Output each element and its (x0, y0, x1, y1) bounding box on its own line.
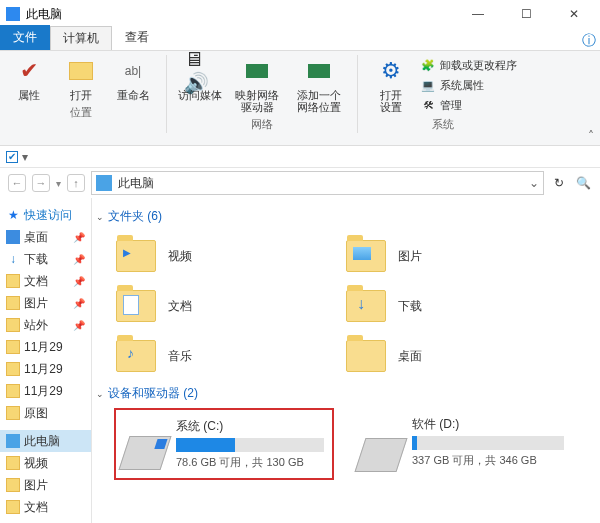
refresh-button[interactable]: ↻ (550, 174, 568, 192)
folder-icon (6, 456, 20, 470)
ribbon-group-network: 网络 (251, 117, 273, 132)
ribbon-sysprops[interactable]: 💻系统属性 (420, 77, 517, 93)
folder-icon (6, 406, 20, 420)
folder-icon (116, 290, 156, 322)
folder-icon (116, 240, 156, 272)
pin-icon: 📌 (73, 298, 85, 309)
sidebar-item-date3[interactable]: 11月29 (0, 380, 91, 402)
rename-icon: ab| (117, 55, 149, 87)
sidebar-item-desktop[interactable]: 桌面📌 (0, 226, 91, 248)
checkmark-icon: ✔ (13, 55, 45, 87)
sidebar-item-pictures2[interactable]: 图片 (0, 474, 91, 496)
folder-icon (6, 340, 20, 354)
drive-status: 78.6 GB 可用，共 130 GB (176, 455, 324, 470)
sidebar-item-zhanwai[interactable]: 站外📌 (0, 314, 91, 336)
media-icon: 🖥🔊 (184, 55, 216, 87)
nav-back-button[interactable]: ← (8, 174, 26, 192)
maximize-button[interactable]: ☐ (506, 3, 546, 25)
sidebar-this-pc[interactable]: 此电脑 (0, 430, 91, 452)
address-row: ← → ▾ ↑ 此电脑 ⌄ ↻ 🔍 (0, 168, 600, 198)
open-icon (65, 55, 97, 87)
drive-c[interactable]: 系统 (C:) 78.6 GB 可用，共 130 GB (114, 408, 334, 480)
tab-computer[interactable]: 计算机 (50, 26, 112, 50)
folder-music[interactable]: 音乐 (114, 331, 344, 381)
folder-pictures[interactable]: 图片 (344, 231, 574, 281)
folder-video[interactable]: 视频 (114, 231, 344, 281)
nav-recent-dropdown[interactable]: ▾ (56, 178, 61, 189)
sidebar-item-downloads[interactable]: ↓下载📌 (0, 248, 91, 270)
sidebar-item-pictures[interactable]: 图片📌 (0, 292, 91, 314)
tab-view[interactable]: 查看 (112, 25, 162, 50)
drive-icon (118, 436, 171, 470)
nav-up-button[interactable]: ↑ (67, 174, 85, 192)
ribbon-group-system: 系统 (432, 117, 454, 132)
drive-d[interactable]: 软件 (D:) 337 GB 可用，共 346 GB (352, 408, 572, 480)
close-button[interactable]: ✕ (554, 3, 594, 25)
folder-icon (346, 290, 386, 322)
sidebar-item-documents2[interactable]: 文档 (0, 496, 91, 518)
nav-forward-button[interactable]: → (32, 174, 50, 192)
ribbon-media[interactable]: 🖥🔊 访问媒体 (177, 55, 223, 113)
ribbon-collapse-button[interactable]: ˄ (588, 129, 594, 143)
sidebar-quick-access[interactable]: ★快速访问 (0, 204, 91, 226)
minimize-button[interactable]: — (458, 3, 498, 25)
drive-usage-fill (412, 436, 417, 450)
folder-icon (6, 318, 20, 332)
section-drives-header[interactable]: ⌄ 设备和驱动器 (2) (96, 385, 596, 402)
folder-icon (6, 500, 20, 514)
sidebar-item-video[interactable]: 视频 (0, 452, 91, 474)
tab-file[interactable]: 文件 (0, 25, 50, 50)
ribbon-open[interactable]: 打开 (58, 55, 104, 101)
ribbon-group-location: 位置 (70, 105, 92, 120)
pin-icon: 📌 (73, 254, 85, 265)
folder-downloads[interactable]: 下载 (344, 281, 574, 331)
quick-access-bar: ✔ ▾ (0, 146, 600, 168)
gear-icon: ⚙ (375, 55, 407, 87)
ribbon-rename[interactable]: ab| 重命名 (110, 55, 156, 101)
sysprops-icon: 💻 (420, 77, 436, 93)
drive-name: 软件 (D:) (412, 416, 564, 433)
sidebar-item-downloads2[interactable]: ↓下载 (0, 518, 91, 523)
pin-icon: 📌 (73, 276, 85, 287)
ribbon-add-netloc[interactable]: 添加一个 网络位置 (291, 55, 347, 113)
ribbon-tabs: 文件 计算机 查看 ⓘ (0, 28, 600, 50)
sidebar-item-date1[interactable]: 11月29 (0, 336, 91, 358)
folder-documents[interactable]: 文档 (114, 281, 344, 331)
sidebar-item-raw[interactable]: 原图 (0, 402, 91, 424)
pc-icon (96, 175, 112, 191)
window-title: 此电脑 (26, 6, 458, 23)
ribbon-manage[interactable]: 🛠管理 (420, 97, 517, 113)
ribbon-separator (357, 55, 358, 133)
star-icon: ★ (6, 208, 20, 222)
address-bar[interactable]: 此电脑 ⌄ (91, 171, 544, 195)
select-all-checkbox[interactable]: ✔ (6, 151, 18, 163)
desktop-icon (6, 230, 20, 244)
drive-name: 系统 (C:) (176, 418, 324, 435)
folder-icon (6, 362, 20, 376)
quickbar-dropdown[interactable]: ▾ (22, 150, 28, 164)
ribbon-settings[interactable]: ⚙ 打开 设置 (368, 55, 414, 113)
content-pane: ⌄ 文件夹 (6) 视频 图片 文档 下载 音乐 桌面 ⌄ 设备和驱动器 (2)… (92, 198, 600, 523)
ribbon-uninstall[interactable]: 🧩卸载或更改程序 (420, 57, 517, 73)
search-button[interactable]: 🔍 (574, 174, 592, 192)
sidebar-item-documents[interactable]: 文档📌 (0, 270, 91, 292)
ribbon-properties[interactable]: ✔ 属性 (6, 55, 52, 101)
folder-icon (6, 274, 20, 288)
folder-icon (116, 340, 156, 372)
pin-icon: 📌 (73, 320, 85, 331)
section-folders-header[interactable]: ⌄ 文件夹 (6) (96, 208, 596, 225)
pin-icon: 📌 (73, 232, 85, 243)
address-path: 此电脑 (118, 175, 154, 192)
chevron-down-icon: ⌄ (96, 212, 104, 222)
download-icon: ↓ (6, 252, 20, 266)
folder-icon (6, 296, 20, 310)
manage-icon: 🛠 (420, 97, 436, 113)
folder-icon (6, 384, 20, 398)
drive-usage-bar (412, 436, 564, 450)
help-button[interactable]: ⓘ (578, 32, 600, 50)
folder-desktop[interactable]: 桌面 (344, 331, 574, 381)
ribbon-map-netdrive[interactable]: 映射网络 驱动器 (229, 55, 285, 113)
uninstall-icon: 🧩 (420, 57, 436, 73)
address-dropdown-icon[interactable]: ⌄ (529, 176, 539, 190)
sidebar-item-date2[interactable]: 11月29 (0, 358, 91, 380)
